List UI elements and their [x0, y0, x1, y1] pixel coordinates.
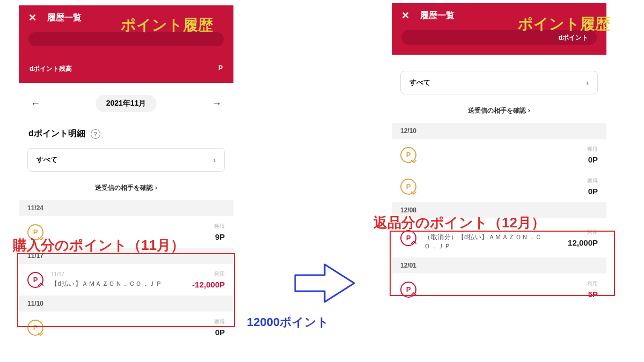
filter-select[interactable]: すべて › — [400, 71, 598, 94]
chevron-right-icon: › — [213, 156, 216, 164]
month-label[interactable]: 2021年11月 — [96, 95, 157, 112]
balance-symbol: P — [218, 64, 223, 73]
confirm-partner-link[interactable]: 送受信の相手を確認 › — [392, 94, 606, 123]
filter-label: すべて — [409, 78, 430, 87]
close-icon[interactable]: ✕ — [28, 12, 36, 24]
chevron-right-icon: › — [586, 78, 589, 87]
date-band-1124: 11/24 — [19, 200, 233, 216]
month-navigator: ← 2021年11月 → — [19, 83, 233, 112]
filter-label: すべて — [36, 155, 57, 165]
header-title: 履歴一覧 — [420, 10, 455, 21]
section-title: dポイント明細 — [28, 128, 85, 139]
prev-month-icon[interactable]: ← — [31, 98, 40, 109]
date-band-1210: 12/10 — [392, 123, 606, 139]
confirm-partner-link[interactable]: 送受信の相手を確認 › — [19, 172, 233, 200]
highlight-box-left — [17, 253, 235, 327]
close-icon[interactable]: ✕ — [401, 10, 409, 21]
point-earn-icon: P — [400, 179, 416, 195]
annotation-point-history-right: ポイント履歴 — [518, 14, 610, 34]
annotation-12000: 12000ポイント — [247, 314, 329, 330]
txn-amount: 9P — [186, 232, 225, 241]
annotation-point-history-left: ポイント履歴 — [121, 15, 213, 35]
annotation-purchase: 購入分のポイント（11月） — [13, 236, 185, 255]
txn-kind: 獲得 — [559, 177, 598, 184]
annotation-refund: 返品分のポイント（12月） — [374, 213, 545, 232]
txn-amount: 0P — [559, 155, 598, 164]
next-month-icon[interactable]: → — [212, 98, 222, 109]
highlight-box-right — [390, 231, 615, 296]
help-icon[interactable]: ? — [91, 129, 100, 139]
txn-amount: 0P — [559, 187, 598, 196]
txn-kind: 獲得 — [186, 223, 225, 230]
transaction-row[interactable]: P 獲得 0P — [392, 139, 606, 171]
txn-kind: 獲得 — [559, 145, 598, 153]
section-title-row: dポイント明細 ? — [19, 112, 233, 139]
header-tab-label: dポイント — [559, 33, 588, 42]
transaction-row[interactable]: P 獲得 0P — [392, 171, 606, 202]
arrow-right-icon — [292, 262, 357, 305]
filter-select[interactable]: すべて › — [27, 148, 225, 172]
balance-label: dポイント残高 — [30, 64, 72, 73]
balance-row: dポイント残高 P — [28, 64, 224, 76]
header-title: 履歴一覧 — [47, 12, 82, 24]
point-earn-icon: P — [400, 147, 416, 163]
txn-amount: 0P — [186, 328, 225, 337]
